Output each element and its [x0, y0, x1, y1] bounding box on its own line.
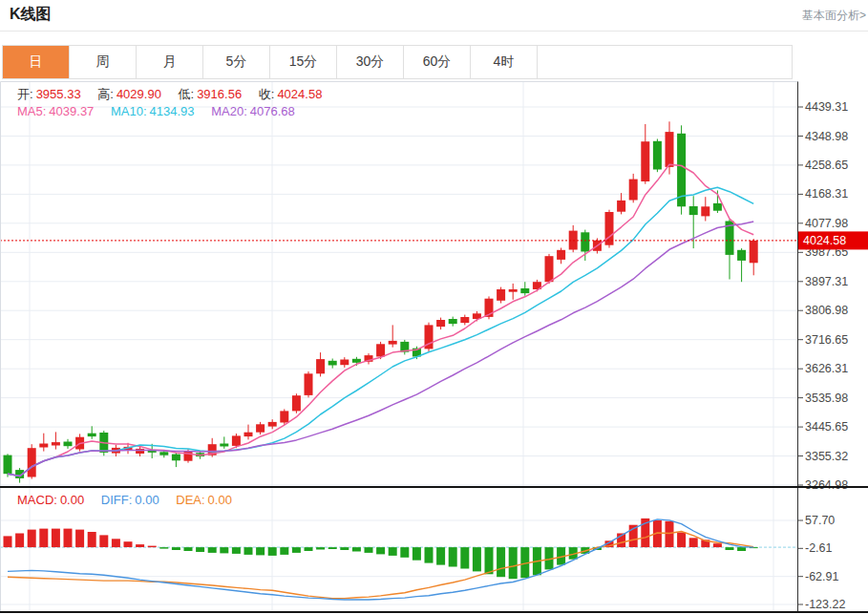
svg-text:3716.65: 3716.65: [805, 333, 848, 347]
ma5-value: 4039.37: [49, 104, 94, 118]
high-value: 4029.90: [116, 87, 161, 101]
kline-page: K线图 基本面分析> 日周月5分15分30分60分4时 4439.314348.…: [0, 0, 868, 614]
svg-text:3535.98: 3535.98: [805, 392, 848, 405]
open-value: 3955.33: [36, 87, 81, 101]
diff-value: 0.00: [135, 493, 159, 507]
svg-text:3264.98: 3264.98: [805, 478, 848, 492]
svg-text:3806.98: 3806.98: [805, 304, 848, 317]
ma10-label: MA10:: [111, 104, 147, 118]
ma-legend: MA5:4039.37 MA10:4134.93 MA20:4076.68: [17, 104, 308, 118]
macd-legend: MACD:0.00 DIFF:0.00 DEA:0.00: [17, 493, 245, 507]
macd-label: MACD:: [17, 493, 57, 507]
svg-text:4258.65: 4258.65: [805, 159, 848, 172]
ma10-value: 4134.93: [150, 104, 195, 118]
svg-text:57.70: 57.70: [805, 514, 835, 527]
svg-text:-62.91: -62.91: [805, 570, 838, 583]
dea-label: DEA:: [176, 493, 204, 507]
high-label: 高:: [97, 87, 114, 101]
ma5-label: MA5:: [17, 104, 46, 118]
svg-text:3355.32: 3355.32: [805, 450, 848, 463]
svg-text:4024.58: 4024.58: [803, 234, 846, 247]
macd-value: 0.00: [60, 493, 84, 507]
svg-text:4439.31: 4439.31: [805, 100, 848, 114]
svg-text:3626.31: 3626.31: [805, 362, 848, 375]
open-label: 开:: [17, 87, 33, 101]
low-label: 低:: [179, 87, 195, 101]
ma20-label: MA20:: [211, 104, 247, 118]
diff-label: DIFF:: [101, 493, 133, 507]
svg-text:-123.22: -123.22: [805, 598, 845, 611]
close-value: 4024.58: [277, 87, 322, 101]
close-label: 收:: [259, 87, 275, 101]
svg-text:4077.98: 4077.98: [805, 217, 848, 230]
svg-text:3897.31: 3897.31: [805, 275, 848, 288]
svg-text:4348.98: 4348.98: [805, 130, 848, 143]
svg-text:3445.65: 3445.65: [805, 420, 848, 434]
dea-value: 0.00: [208, 493, 232, 507]
svg-text:-2.61: -2.61: [805, 541, 833, 555]
low-value: 3916.56: [197, 87, 242, 101]
ohlc-legend: 开:3955.33 高:4029.90 低:3916.56 收:4024.58: [17, 86, 335, 103]
svg-text:4168.31: 4168.31: [805, 187, 848, 201]
ma20-value: 4076.68: [250, 104, 295, 118]
